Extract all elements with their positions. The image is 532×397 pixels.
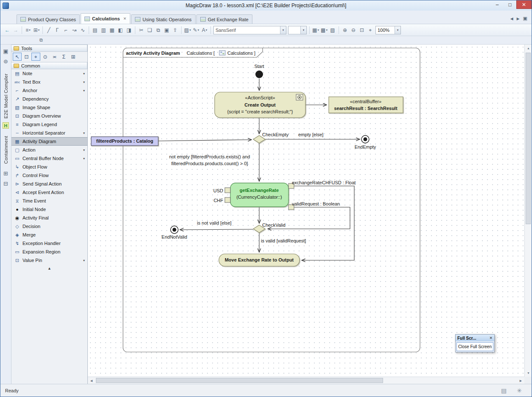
palette-item-image-shape[interactable]: ▧Image Shape xyxy=(11,103,87,112)
swimlane-button[interactable]: ⊞▾ xyxy=(32,26,41,34)
common-header[interactable]: Common xyxy=(11,62,87,69)
palette-item-diagram-overview[interactable]: ⊡Diagram Overview xyxy=(11,112,87,120)
palette-item-accept-event-action[interactable]: ⊲Accept Event Action xyxy=(11,188,87,197)
title-bar[interactable]: MagicDraw 18.0 - lesson3.xml [C:\E2E Bui… xyxy=(0,0,532,11)
draw-oblique-path-button[interactable]: ↝ xyxy=(70,26,78,34)
palette-item-activity-diagram[interactable]: ▦Activity Diagram xyxy=(11,137,87,146)
chevron-down-icon[interactable]: ▾ xyxy=(83,89,85,93)
flow-checkvalid-to-endnotvalid[interactable] xyxy=(180,229,253,230)
vertical-scroll-thumb[interactable] xyxy=(526,53,531,224)
font-family-select[interactable]: SansSerif▾ xyxy=(213,26,286,34)
sum-tool-button[interactable]: Σ xyxy=(59,53,68,61)
palette-item-merge[interactable]: ◈Merge xyxy=(11,231,87,239)
arrange-button-5[interactable]: ◨ xyxy=(125,26,133,34)
forward-button[interactable]: → xyxy=(11,26,20,34)
clone-button[interactable]: ▣ xyxy=(162,26,171,34)
chevron-down-icon[interactable]: ▾ xyxy=(83,131,85,135)
palette-item-action[interactable]: ▢Action▾ xyxy=(11,146,87,154)
notification-log-icon[interactable]: ▤ xyxy=(501,387,507,394)
close-icon[interactable]: ✕ xyxy=(123,17,127,21)
select-tool-button[interactable]: ↖ xyxy=(13,53,22,61)
console-icon[interactable]: ▣ xyxy=(3,48,8,54)
diagrams-icon[interactable]: ⊟ xyxy=(3,180,8,187)
tab-scroll-right-icon[interactable]: ▶ xyxy=(517,17,520,21)
marquee-tool-button[interactable]: ⊡ xyxy=(22,53,31,61)
start-label[interactable]: Start xyxy=(254,64,264,69)
usd-input-pin[interactable] xyxy=(225,188,230,193)
endempty-label[interactable]: EndEmpty xyxy=(355,144,376,149)
tree-tool-button[interactable]: ⊞ xyxy=(69,53,78,61)
tab-list-icon[interactable]: ▣ xyxy=(523,16,527,21)
valid-guard-label[interactable]: is valid [validRequest] xyxy=(261,238,306,243)
zoom-tool-button[interactable]: ⌖ xyxy=(31,53,40,61)
horizontal-scroll-thumb[interactable] xyxy=(96,378,383,383)
palette-item-anchor[interactable]: ⌐Anchor▾ xyxy=(11,86,87,95)
chevron-down-icon[interactable]: ▾ xyxy=(83,72,85,76)
exchangerate-float-label[interactable]: exchangeRateCHFUSD : Float xyxy=(292,180,356,185)
endnotvalid-label[interactable]: EndNotValid xyxy=(162,234,187,239)
horizontal-scrollbar[interactable]: ◀ ▶ xyxy=(88,377,524,384)
chevron-down-icon[interactable]: ▾ xyxy=(395,26,400,34)
grid-button-3[interactable]: ▨ xyxy=(328,26,337,34)
palette-item-dependency[interactable]: ↗Dependency xyxy=(11,95,87,103)
chevron-down-icon[interactable]: ▾ xyxy=(300,26,306,34)
arrange-button-2[interactable]: ▥ xyxy=(99,26,108,34)
back-button[interactable]: ← xyxy=(3,26,11,34)
palette-item-control-flow[interactable]: ↱Control Flow xyxy=(11,171,87,180)
arrange-button-4[interactable]: ◧ xyxy=(116,26,125,34)
not-empty-guard-line2[interactable]: filteredProducts.products.count() > 0] xyxy=(171,161,248,166)
memory-monitor-icon[interactable]: ✳ xyxy=(517,387,522,394)
palette-item-expansion-region[interactable]: ▭Expansion Region xyxy=(11,248,87,256)
tab-using-static-operations[interactable]: Using Static Operations xyxy=(131,14,196,24)
maximize-button[interactable]: □ xyxy=(504,0,516,9)
grid-button-1[interactable]: ▦▾ xyxy=(311,26,320,34)
tab-calculations[interactable]: Calculations✕ xyxy=(81,13,130,24)
draw-bent-path-button[interactable]: ⌐ xyxy=(62,26,70,34)
flow-exchangerate-to-move[interactable] xyxy=(294,186,354,260)
font-color-button[interactable]: A▾ xyxy=(200,26,209,34)
chf-input-pin[interactable] xyxy=(225,197,230,203)
diagram-properties-button[interactable]: ⧉ xyxy=(39,37,43,43)
paste-button[interactable]: ⧉ xyxy=(154,26,162,34)
fill-color-button[interactable]: ▨▾ xyxy=(183,26,192,34)
e2e-model-compiler-tab[interactable]: E2E Model Compiler xyxy=(3,73,8,118)
upload-button[interactable]: ⇧ xyxy=(171,26,179,34)
close-full-screen-button[interactable]: Close Full Screen xyxy=(456,342,493,351)
not-valid-guard-label[interactable]: is not valid [else] xyxy=(197,220,231,225)
diagram-canvas[interactable]: activity Activity Diagram Calculations [… xyxy=(88,45,524,377)
chevron-down-icon[interactable]: ▾ xyxy=(83,80,85,84)
palette-item-time-event[interactable]: ⧖Time Event xyxy=(11,197,87,205)
palette-item-value-pin[interactable]: ⊡Value Pin▾ xyxy=(11,256,87,265)
chevron-down-icon[interactable]: ▾ xyxy=(83,259,85,262)
zoom-out-button[interactable]: ⊖ xyxy=(349,26,358,34)
close-button[interactable]: ✕ xyxy=(516,0,532,9)
palette-item-initial-node[interactable]: ●Initial Node xyxy=(11,205,87,214)
tab-get-exchange-rate[interactable]: Get Exchange Rate xyxy=(196,14,252,24)
line-color-button[interactable]: ✎▾ xyxy=(192,26,200,34)
vertical-scrollbar[interactable]: ▲ ▼ xyxy=(524,45,532,377)
scroll-right-icon[interactable]: ▶ xyxy=(517,377,524,384)
tab-scroll-left-icon[interactable]: ◀ xyxy=(510,17,513,21)
cut-button[interactable]: ✂ xyxy=(137,26,146,34)
checkempty-label[interactable]: CheckEmpty xyxy=(262,132,289,137)
refresh-icon[interactable]: ⊚ xyxy=(3,58,8,65)
empty-guard-label[interactable]: empty [else] xyxy=(298,132,323,137)
zoom-in-button[interactable]: ⊕ xyxy=(341,26,349,34)
containment-tab[interactable]: Containment xyxy=(3,136,8,164)
checkvalid-label[interactable]: CheckValid xyxy=(262,222,286,228)
arrange-button-3[interactable]: ▦ xyxy=(108,26,116,34)
draw-line-button[interactable]: ╱ xyxy=(45,26,53,34)
layout-button[interactable]: ≡▾ xyxy=(24,26,32,34)
chevron-down-icon[interactable]: ▾ xyxy=(83,148,85,152)
palette-item-decision[interactable]: ◇Decision xyxy=(11,222,87,231)
validrequest-label[interactable]: validRequest : Boolean xyxy=(292,201,340,206)
draw-curve-button[interactable]: ∿ xyxy=(78,26,87,34)
palette-item-text-box[interactable]: abcText Box▾ xyxy=(11,78,87,86)
palette-item-central-buffer-node[interactable]: ▭Central Buffer Node▾ xyxy=(11,154,87,163)
draw-rect-path-button[interactable]: Γ xyxy=(53,26,62,34)
palette-item-object-flow[interactable]: ↳Object Flow xyxy=(11,163,87,171)
minimize-button[interactable]: – xyxy=(491,0,504,9)
tab-product-query-classes[interactable]: Product Query Classes xyxy=(17,14,80,24)
scroll-down-icon[interactable]: ▼ xyxy=(525,369,532,377)
copy-button[interactable]: ❏ xyxy=(146,26,154,34)
